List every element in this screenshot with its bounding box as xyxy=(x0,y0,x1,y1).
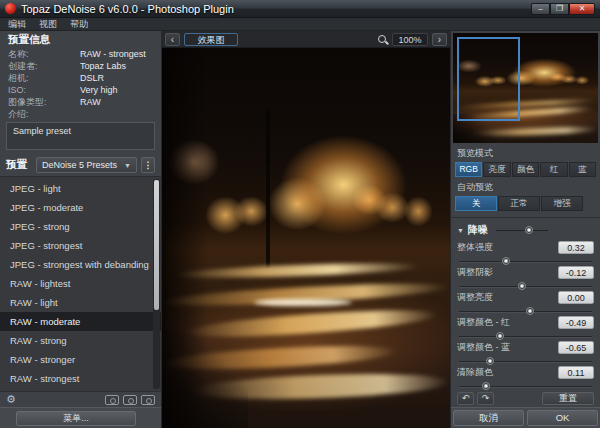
navigator-thumbnail[interactable] xyxy=(453,33,598,143)
slider-track[interactable] xyxy=(459,261,592,262)
info-row-camera: 相机: DSLR xyxy=(8,72,153,84)
ok-button[interactable]: OK xyxy=(527,410,598,426)
slider-knob[interactable] xyxy=(502,257,510,265)
result-view-button[interactable]: 效果图 xyxy=(184,33,238,46)
info-value: Very high xyxy=(80,85,118,95)
scrollbar-thumb[interactable] xyxy=(154,180,159,310)
slider-track[interactable] xyxy=(459,386,592,387)
preset-item[interactable]: JPEG - light xyxy=(0,179,161,198)
auto-boost-button[interactable]: 增强 xyxy=(541,196,583,211)
auto-normal-button[interactable]: 正常 xyxy=(498,196,540,211)
collapse-arrow-icon[interactable]: ▼ xyxy=(457,227,464,234)
slider-value[interactable]: 0.32 xyxy=(558,241,594,254)
slider-label: 调整亮度 xyxy=(457,291,493,304)
preset-item[interactable]: RAW - light xyxy=(0,293,161,312)
search-zoom-icon[interactable] xyxy=(378,35,386,43)
title-bar: Topaz DeNoise 6 v6.0.0 - Photoshop Plugi… xyxy=(0,0,600,18)
preset-list-scrollbar[interactable] xyxy=(153,179,160,389)
slider-value[interactable]: 0.11 xyxy=(558,366,594,379)
preset-item[interactable]: RAW - strong xyxy=(0,331,161,350)
camera-import-icon[interactable] xyxy=(123,395,137,405)
redo-button[interactable]: ↷ xyxy=(477,392,494,405)
close-button[interactable]: ✕ xyxy=(569,3,595,15)
scene-shadow xyxy=(162,329,248,428)
denoise-section-header[interactable]: ▼ 降噪 xyxy=(451,220,600,237)
slider-label: 调整阴影 xyxy=(457,266,493,279)
undo-button[interactable]: ↶ xyxy=(457,392,474,405)
slider-value[interactable]: -0.12 xyxy=(558,266,594,279)
next-view-button[interactable]: › xyxy=(432,33,447,46)
slider-knob[interactable] xyxy=(518,282,526,290)
info-value: Topaz Labs xyxy=(80,61,126,71)
slider-track[interactable] xyxy=(459,311,592,312)
zoom-level[interactable]: 100% xyxy=(392,33,428,46)
mode-red-button[interactable]: 红 xyxy=(540,162,567,177)
slider-track[interactable] xyxy=(459,336,592,337)
preset-collection-dropdown[interactable]: DeNoise 5 Presets ▼ xyxy=(36,157,137,173)
preview-toolbar: ‹ 效果图 100% › xyxy=(162,31,450,48)
slider-value[interactable]: 0.00 xyxy=(558,291,594,304)
preset-item[interactable]: RAW - lightest xyxy=(0,274,161,293)
slider-knob[interactable] xyxy=(486,357,494,365)
slider-knob[interactable] xyxy=(496,332,504,340)
section-mini-slider[interactable] xyxy=(496,230,548,231)
slider-knob[interactable] xyxy=(482,382,490,390)
app-logo-icon xyxy=(5,3,16,14)
info-row-name: 名称: RAW - strongest xyxy=(8,48,153,60)
preset-collection-row: 预置 DeNoise 5 Presets ▼ ⋮ xyxy=(0,154,161,176)
menu-help[interactable]: 帮助 xyxy=(70,18,88,31)
menu-view[interactable]: 视图 xyxy=(39,18,57,31)
mode-rgb-button[interactable]: RGB xyxy=(455,162,482,177)
window-controls: – ❐ ✕ xyxy=(531,3,595,15)
preset-item[interactable]: JPEG - strong xyxy=(0,217,161,236)
slider-adjust-shadow: 调整阴影 -0.12 xyxy=(457,266,594,287)
preset-item[interactable]: JPEG - strongest xyxy=(0,236,161,255)
preview-mode-label: 预览模式 xyxy=(451,143,600,162)
mode-blue-button[interactable]: 蓝 xyxy=(569,162,596,177)
preset-label: 预置 xyxy=(6,158,32,172)
gear-icon[interactable]: ⚙ xyxy=(6,394,16,405)
slider-remove-color: 清除颜色 0.11 xyxy=(457,366,594,387)
slider-track[interactable] xyxy=(459,286,592,287)
auto-off-button[interactable]: 关 xyxy=(455,196,497,211)
menu-bar: 编辑 视图 帮助 xyxy=(0,18,600,31)
menu-edit[interactable]: 编辑 xyxy=(8,18,26,31)
slider-label: 调整颜色 - 蓝 xyxy=(457,341,510,354)
reset-button[interactable]: 重置 xyxy=(542,392,594,405)
camera-export-icon[interactable] xyxy=(141,395,155,405)
maximize-button[interactable]: ❐ xyxy=(550,3,569,15)
preset-item[interactable]: JPEG - strongest with debanding xyxy=(0,255,161,274)
info-row-iso: ISO: Very high xyxy=(8,84,153,96)
slider-knob[interactable] xyxy=(526,307,534,315)
camera-snapshot-icon[interactable] xyxy=(105,395,119,405)
adjustment-panel: 预览模式 RGB 亮度 颜色 红 蓝 自动预览 关 正常 增强 ▼ 降噪 xyxy=(450,31,600,428)
navigator-view-rectangle[interactable] xyxy=(457,37,519,121)
preset-item-selected[interactable]: RAW - moderate xyxy=(0,312,161,331)
slider-value[interactable]: -0.49 xyxy=(558,316,594,329)
slider-knob[interactable] xyxy=(525,226,533,234)
slider-color-red: 调整颜色 - 红 -0.49 xyxy=(457,316,594,337)
preset-options-button[interactable]: ⋮ xyxy=(141,157,155,173)
mode-chroma-button[interactable]: 颜色 xyxy=(512,162,539,177)
image-preview[interactable] xyxy=(162,48,450,428)
info-row-imagetype: 图像类型: RAW xyxy=(8,96,153,108)
menu-button[interactable]: 菜单... xyxy=(16,411,136,426)
minimize-button[interactable]: – xyxy=(531,3,550,15)
denoise-sliders: 整体强度 0.32 调整阴影 -0.12 调整亮度 0.00 xyxy=(451,237,600,389)
left-footer-strip: 菜单... xyxy=(0,407,161,428)
mode-luma-button[interactable]: 亮度 xyxy=(483,162,510,177)
preset-item[interactable]: JPEG - moderate xyxy=(0,198,161,217)
preset-item[interactable]: RAW - stronger xyxy=(0,350,161,369)
slider-label: 清除颜色 xyxy=(457,366,493,379)
cancel-button[interactable]: 取消 xyxy=(453,410,524,426)
preset-panel: 预置信息 名称: RAW - strongest 创建者: Topaz Labs… xyxy=(0,31,162,428)
slider-value[interactable]: -0.65 xyxy=(558,341,594,354)
previous-view-button[interactable]: ‹ xyxy=(165,33,180,46)
slider-track[interactable] xyxy=(459,361,592,362)
preset-info-header: 预置信息 xyxy=(0,31,161,46)
preset-tools-row: ⚙ xyxy=(0,391,161,407)
preset-item[interactable]: RAW - strongest xyxy=(0,369,161,388)
plugin-window: Topaz DeNoise 6 v6.0.0 - Photoshop Plugi… xyxy=(0,0,600,428)
info-row-creator: 创建者: Topaz Labs xyxy=(8,60,153,72)
chevron-down-icon: ▼ xyxy=(124,162,131,169)
